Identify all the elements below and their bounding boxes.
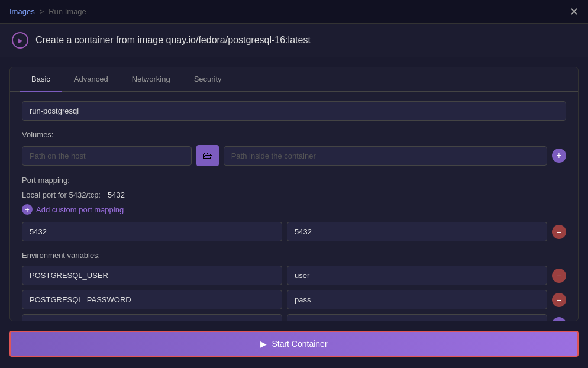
local-port-label: Local port for 5432/tcp: xyxy=(22,191,101,199)
breadcrumb-images-link[interactable]: Images xyxy=(9,7,35,16)
add-custom-port-row[interactable]: + Add custom port mapping xyxy=(22,204,566,215)
play-icon-circle: ▶ xyxy=(12,32,28,49)
add-env-button[interactable]: + xyxy=(552,317,566,321)
port-row: − xyxy=(22,222,566,241)
top-bar: Images > Run Image ✕ xyxy=(0,0,588,24)
remove-port-button[interactable]: − xyxy=(552,225,566,239)
env-vars-section: Environment variables: − − + xyxy=(22,251,566,321)
breadcrumb-separator: > xyxy=(40,7,44,16)
add-custom-port-label: Add custom port mapping xyxy=(36,205,124,214)
env-key-0[interactable] xyxy=(22,266,282,285)
page-title: Create a container from image quay.io/fe… xyxy=(35,35,311,46)
env-key-2[interactable] xyxy=(22,314,282,321)
remove-env-0-button[interactable]: − xyxy=(552,269,566,283)
start-label: Start Container xyxy=(272,339,327,348)
local-port-row: Local port for 5432/tcp: 5432 xyxy=(22,191,566,199)
env-val-0[interactable] xyxy=(287,266,547,285)
port-mapping-section: Port mapping: Local port for 5432/tcp: 5… xyxy=(22,176,566,241)
env-val-2[interactable] xyxy=(287,314,547,321)
tab-networking[interactable]: Networking xyxy=(120,67,182,92)
add-custom-port-icon: + xyxy=(22,204,33,215)
volumes-section: Volumes: 🗁 + xyxy=(22,130,566,166)
env-key-1[interactable] xyxy=(22,290,282,309)
tab-security[interactable]: Security xyxy=(182,67,234,92)
env-val-1[interactable] xyxy=(287,290,547,309)
title-bar: ▶ Create a container from image quay.io/… xyxy=(0,24,588,57)
tab-bar: Basic Advanced Networking Security xyxy=(10,67,578,92)
local-port-value: 5432 xyxy=(108,191,125,199)
breadcrumb: Images > Run Image xyxy=(9,7,86,16)
volumes-label: Volumes: xyxy=(22,130,566,139)
folder-browse-button[interactable]: 🗁 xyxy=(196,145,219,166)
port-mapping-label: Port mapping: xyxy=(22,176,566,185)
port-host-input[interactable] xyxy=(22,222,282,241)
container-path-input[interactable] xyxy=(224,146,547,166)
start-container-button[interactable]: ▶ Start Container xyxy=(9,331,579,357)
env-row-1: − xyxy=(22,290,566,309)
add-volume-button[interactable]: + xyxy=(552,149,566,163)
play-icon: ▶ xyxy=(18,37,23,44)
env-vars-label: Environment variables: xyxy=(22,251,566,260)
remove-env-1-button[interactable]: − xyxy=(552,293,566,307)
tab-basic[interactable]: Basic xyxy=(20,67,62,92)
env-row-0: − xyxy=(22,266,566,285)
folder-icon: 🗁 xyxy=(203,150,212,161)
container-name-input[interactable] xyxy=(22,101,566,121)
start-icon: ▶ xyxy=(260,339,267,348)
tab-advanced[interactable]: Advanced xyxy=(62,67,120,92)
footer: ▶ Start Container xyxy=(0,331,588,366)
volumes-row: 🗁 + xyxy=(22,145,566,166)
breadcrumb-run-image: Run Image xyxy=(49,7,86,16)
env-row-2: + xyxy=(22,314,566,321)
main-panel: Basic Advanced Networking Security Volum… xyxy=(9,67,579,321)
host-path-input[interactable] xyxy=(22,146,192,166)
close-button[interactable]: ✕ xyxy=(570,7,579,17)
port-container-input[interactable] xyxy=(287,222,547,241)
form-area: Volumes: 🗁 + Port mapping: Local port fo… xyxy=(10,92,578,321)
